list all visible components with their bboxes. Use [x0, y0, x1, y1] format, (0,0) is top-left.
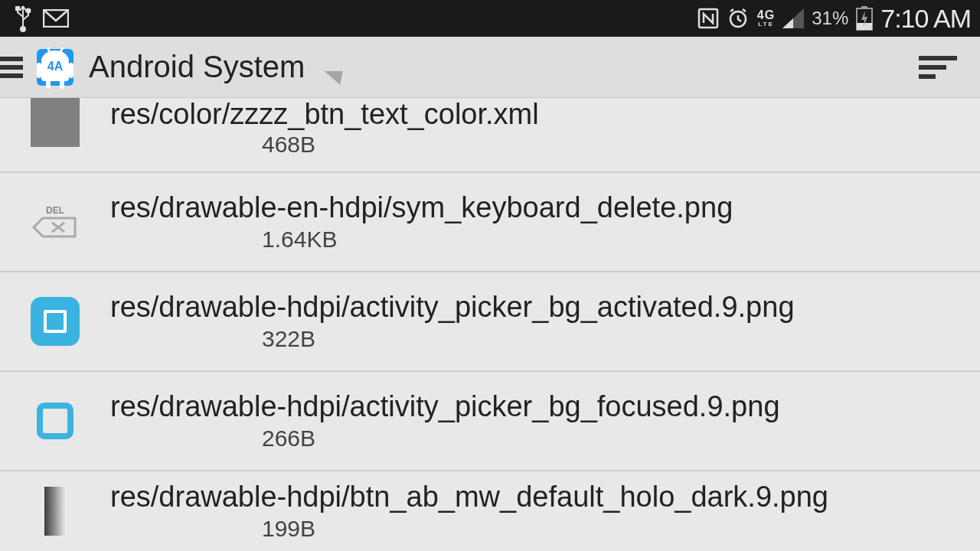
- battery-percent: 31%: [812, 8, 848, 29]
- usb-icon: [14, 5, 32, 32]
- list-item[interactable]: DEL res/drawable-en-hdpi/sym_keyboard_de…: [0, 173, 980, 272]
- svg-point-2: [27, 9, 31, 13]
- app-icon[interactable]: 4A: [37, 49, 74, 86]
- svg-rect-16: [60, 80, 64, 89]
- file-path: res/drawable-en-hdpi/sym_keyboard_delete…: [110, 191, 733, 225]
- file-path: res/drawable-hdpi/btn_ab_mw_default_holo…: [110, 481, 828, 514]
- file-thumb-gradient-icon: [31, 487, 80, 536]
- file-info: res/drawable-en-hdpi/sym_keyboard_delete…: [110, 191, 733, 253]
- app-title[interactable]: Android System: [89, 50, 305, 84]
- svg-rect-14: [69, 63, 74, 78]
- file-info: res/drawable-hdpi/activity_picker_bg_foc…: [110, 390, 780, 452]
- menu-icon[interactable]: [0, 53, 23, 82]
- file-list[interactable]: res/color/zzzz_btn_text_color.xml 468B D…: [0, 98, 980, 551]
- file-info: res/drawable-hdpi/activity_picker_bg_act…: [110, 291, 795, 352]
- file-size: 322B: [262, 326, 795, 352]
- file-thumb-delete-key-icon: DEL: [31, 197, 80, 246]
- svg-text:DEL: DEL: [46, 205, 64, 216]
- nfc-icon: [697, 8, 719, 29]
- svg-point-0: [21, 27, 25, 31]
- file-size: 199B: [262, 516, 828, 542]
- alarm-icon: [727, 7, 750, 30]
- status-left: [6, 5, 69, 32]
- file-thumb-generic-icon: [31, 98, 80, 147]
- svg-text:4A: 4A: [47, 60, 64, 73]
- status-right: 4G LTE 31% 7:10 AM: [697, 4, 974, 34]
- file-path: res/color/zzzz_btn_text_color.xml: [110, 98, 539, 132]
- status-bar: 4G LTE 31% 7:10 AM: [0, 0, 980, 37]
- list-item[interactable]: res/drawable-hdpi/activity_picker_bg_act…: [0, 272, 980, 372]
- network-label: 4G: [757, 10, 775, 21]
- svg-rect-13: [37, 63, 41, 78]
- sort-icon[interactable]: [919, 51, 957, 83]
- file-size: 468B: [262, 132, 539, 158]
- file-size: 1.64KB: [262, 227, 733, 253]
- clock: 7:10 AM: [880, 4, 974, 34]
- file-size: 266B: [262, 425, 780, 452]
- file-thumb-activated-icon: [31, 297, 80, 346]
- file-thumb-focused-icon: [31, 396, 80, 445]
- list-item[interactable]: res/color/zzzz_btn_text_color.xml 468B: [0, 98, 980, 173]
- file-path: res/drawable-hdpi/activity_picker_bg_act…: [110, 291, 795, 324]
- svg-rect-1: [16, 7, 19, 10]
- list-item[interactable]: res/drawable-hdpi/btn_ab_mw_default_holo…: [0, 471, 980, 551]
- app-bar: 4A Android System: [0, 37, 980, 98]
- file-info: res/drawable-hdpi/btn_ab_mw_default_holo…: [110, 481, 828, 542]
- file-path: res/drawable-hdpi/activity_picker_bg_foc…: [110, 390, 780, 424]
- battery-charging-icon: [856, 6, 873, 31]
- list-item[interactable]: res/drawable-hdpi/activity_picker_bg_foc…: [0, 372, 980, 471]
- gmail-icon: [43, 9, 69, 28]
- network-4g-icon: 4G LTE: [757, 10, 775, 27]
- signal-icon: [782, 8, 804, 28]
- file-info: res/color/zzzz_btn_text_color.xml 468B: [110, 98, 539, 158]
- svg-rect-15: [46, 80, 51, 89]
- network-sublabel: LTE: [758, 21, 774, 27]
- dropdown-indicator-icon[interactable]: [325, 71, 349, 85]
